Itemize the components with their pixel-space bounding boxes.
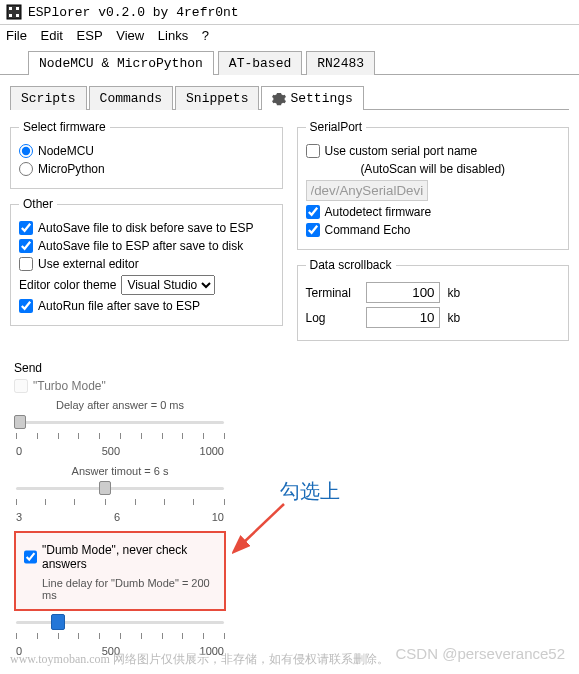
radio-nodemcu[interactable] <box>19 144 33 158</box>
send-label: Send <box>14 361 226 375</box>
svg-rect-3 <box>9 14 12 17</box>
tab-at-based[interactable]: AT-based <box>218 51 302 75</box>
chk-autosave-disk[interactable] <box>19 221 33 235</box>
arrow-icon <box>232 498 292 558</box>
gear-icon <box>272 92 286 106</box>
chk-echo[interactable] <box>306 223 320 237</box>
chk-autorun[interactable] <box>19 299 33 313</box>
chk-echo-label: Command Echo <box>325 223 411 237</box>
tab-scripts[interactable]: Scripts <box>10 86 87 110</box>
other-group: Other AutoSave file to disk before save … <box>10 197 283 326</box>
scale2-6: 6 <box>114 511 120 523</box>
firmware-group: Select firmware NodeMCU MicroPython <box>10 120 283 189</box>
tab-settings[interactable]: Settings <box>261 86 363 110</box>
tab-nodemcu[interactable]: NodeMCU & MicroPython <box>28 51 214 75</box>
menu-file[interactable]: File <box>6 28 27 43</box>
chk-autorun-label: AutoRun file after save to ESP <box>38 299 200 313</box>
dumb-caption: Line delay for "Dumb Mode" = 200 ms <box>24 577 216 601</box>
chk-custom-serial-label: Use custom serial port name <box>325 144 478 158</box>
chk-turbo-label: "Turbo Mode" <box>33 379 106 393</box>
theme-select[interactable]: Visual Studio <box>121 275 215 295</box>
scrollback-log-input[interactable] <box>366 307 440 328</box>
timeout-caption: Answer timout = 6 s <box>14 465 226 477</box>
svg-rect-2 <box>16 7 19 10</box>
app-icon <box>6 4 22 20</box>
delay-slider[interactable] <box>16 413 224 431</box>
scrollback-log-label: Log <box>306 311 358 325</box>
dumb-slider[interactable] <box>16 613 224 631</box>
chk-dumb-mode-label: "Dumb Mode", never check answers <box>42 543 216 571</box>
tab-commands[interactable]: Commands <box>89 86 173 110</box>
svg-rect-1 <box>9 7 12 10</box>
chk-autosave-esp[interactable] <box>19 239 33 253</box>
menu-bar: File Edit ESP View Links ? <box>0 25 579 46</box>
serialport-legend: SerialPort <box>306 120 367 134</box>
radio-micropython-label: MicroPython <box>38 162 105 176</box>
menu-links[interactable]: Links <box>158 28 188 43</box>
scrollback-terminal-label: Terminal <box>306 286 358 300</box>
timeout-slider[interactable] <box>16 479 224 497</box>
scale2-3: 3 <box>16 511 22 523</box>
chk-custom-serial[interactable] <box>306 144 320 158</box>
chk-autosave-disk-label: AutoSave file to disk before save to ESP <box>38 221 253 235</box>
serial-device-input <box>306 180 428 201</box>
menu-esp[interactable]: ESP <box>77 28 103 43</box>
chk-external-editor[interactable] <box>19 257 33 271</box>
serialport-group: SerialPort Use custom serial port name (… <box>297 120 570 250</box>
chk-turbo <box>14 379 28 393</box>
tab-snippets[interactable]: Snippets <box>175 86 259 110</box>
scrollback-terminal-unit: kb <box>448 286 461 300</box>
firmware-legend: Select firmware <box>19 120 110 134</box>
scale-0: 0 <box>16 445 22 457</box>
serial-hint: (AutoScan will be disabled) <box>360 162 505 176</box>
radio-micropython[interactable] <box>19 162 33 176</box>
svg-rect-4 <box>16 14 19 17</box>
tab-rn2483[interactable]: RN2483 <box>306 51 375 75</box>
radio-nodemcu-label: NodeMCU <box>38 144 94 158</box>
tab-settings-label: Settings <box>290 91 352 106</box>
scrollback-legend: Data scrollback <box>306 258 396 272</box>
other-legend: Other <box>19 197 57 211</box>
watermark-bottom-left: www.toymoban.com 网络图片仅供展示，非存储，如有侵权请联系删除。 <box>10 651 389 668</box>
delay-caption: Delay after answer = 0 ms <box>14 399 226 411</box>
dumb-mode-highlight: "Dumb Mode", never check answers Line de… <box>14 531 226 611</box>
chk-autodetect-label: Autodetect firmware <box>325 205 432 219</box>
scrollback-group: Data scrollback Terminal kb Log kb <box>297 258 570 341</box>
svg-line-5 <box>242 504 284 544</box>
inner-tabs: Scripts Commands Snippets Settings <box>10 85 569 110</box>
menu-view[interactable]: View <box>116 28 144 43</box>
window-title: ESPlorer v0.2.0 by 4refr0nt <box>28 5 239 20</box>
scale-500: 500 <box>102 445 120 457</box>
watermark-bottom-right: CSDN @perseverance52 <box>396 645 565 662</box>
chk-dumb-mode[interactable] <box>24 550 37 564</box>
scrollback-terminal-input[interactable] <box>366 282 440 303</box>
chk-autosave-esp-label: AutoSave file to ESP after save to disk <box>38 239 243 253</box>
top-tabs: NodeMCU & MicroPython AT-based RN2483 <box>0 46 579 75</box>
menu-edit[interactable]: Edit <box>41 28 63 43</box>
scale2-10: 10 <box>212 511 224 523</box>
chk-autodetect[interactable] <box>306 205 320 219</box>
scale-1000: 1000 <box>200 445 224 457</box>
chk-external-editor-label: Use external editor <box>38 257 139 271</box>
scrollback-log-unit: kb <box>448 311 461 325</box>
menu-help[interactable]: ? <box>202 28 209 43</box>
title-bar: ESPlorer v0.2.0 by 4refr0nt <box>0 0 579 25</box>
theme-label: Editor color theme <box>19 278 116 292</box>
